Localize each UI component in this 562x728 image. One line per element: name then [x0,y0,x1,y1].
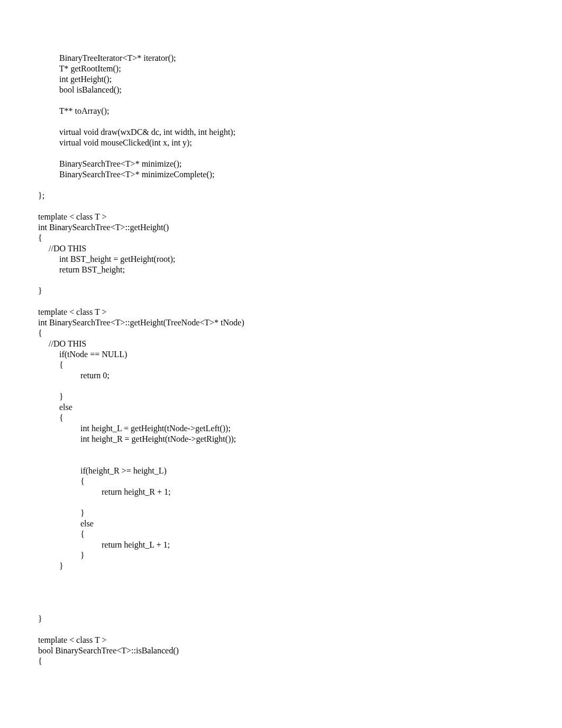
code-line [38,116,524,127]
code-line: { [38,328,524,339]
code-line: } [38,392,524,402]
code-line: { [38,476,524,487]
code-line [38,603,524,614]
code-line [38,582,524,593]
code-line: BinaryTreeIterator<T>* iterator(); [38,53,524,63]
code-line: template < class T > [38,212,524,222]
code-line: return height_L + 1; [38,540,524,550]
code-line: T* getRootItem(); [38,63,524,74]
code-line [38,275,524,286]
code-line [38,444,524,455]
code-line: //DO THIS [38,243,524,254]
code-line: } [38,614,524,624]
code-line: else [38,518,524,529]
code-line: virtual void draw(wxDC& dc, int width, i… [38,127,524,138]
code-line: else [38,402,524,413]
code-line: bool BinarySearchTree<T>::isBalanced() [38,645,524,656]
code-line [38,180,524,190]
code-line: BinarySearchTree<T>* minimize(); [38,159,524,169]
code-line: }; [38,190,524,201]
code-line: int BinarySearchTree<T>::getHeight() [38,222,524,233]
code-line [38,455,524,466]
code-line [38,381,524,392]
code-line [38,148,524,159]
code-line: } [38,550,524,561]
code-line: int height_L = getHeight(tNode->getLeft(… [38,423,524,434]
code-line: } [38,561,524,571]
code-line: if(tNode == NULL) [38,349,524,360]
code-line [38,571,524,582]
code-line: bool isBalanced(); [38,85,524,95]
code-line [38,296,524,307]
code-line: int BST_height = getHeight(root); [38,254,524,265]
code-line: { [38,360,524,370]
code-line: } [38,286,524,296]
code-line [38,624,524,635]
code-line: BinarySearchTree<T>* minimizeComplete(); [38,169,524,180]
code-line: } [38,508,524,518]
code-line: int BinarySearchTree<T>::getHeight(TreeN… [38,317,524,328]
code-line: return height_R + 1; [38,487,524,497]
code-line [38,95,524,106]
code-line: int height_R = getHeight(tNode->getRight… [38,434,524,444]
code-line: return BST_height; [38,265,524,275]
code-page: BinaryTreeIterator<T>* iterator(); T* ge… [0,0,562,705]
code-line: virtual void mouseClicked(int x, int y); [38,138,524,148]
code-line: { [38,413,524,423]
code-line: if(height_R >= height_L) [38,466,524,476]
code-line: template < class T > [38,307,524,317]
code-line: { [38,656,524,667]
code-line: //DO THIS [38,339,524,349]
code-line: T** toArray(); [38,106,524,116]
code-line: template < class T > [38,635,524,645]
code-line: int getHeight(); [38,74,524,85]
code-line [38,593,524,603]
code-block: BinaryTreeIterator<T>* iterator(); T* ge… [38,53,524,667]
code-line: { [38,529,524,540]
code-line [38,201,524,212]
code-line: { [38,233,524,243]
code-line: return 0; [38,370,524,381]
code-line [38,497,524,508]
